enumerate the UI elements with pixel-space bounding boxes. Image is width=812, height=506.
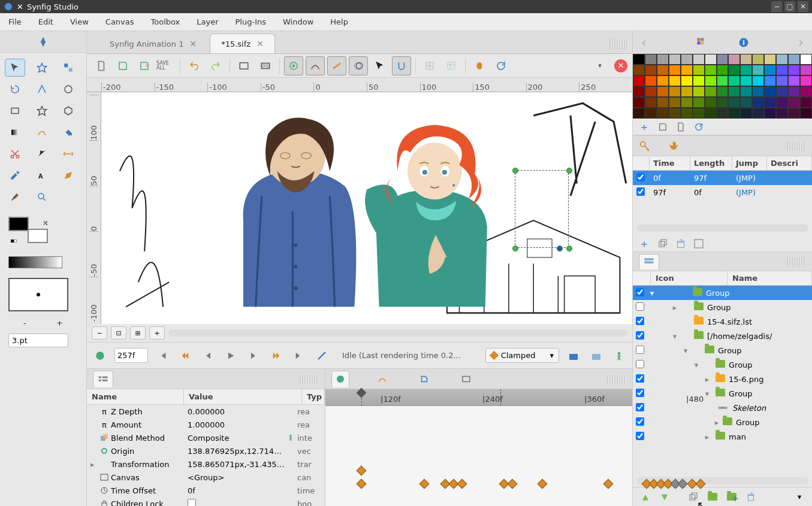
layers-header-name[interactable]: Name [728, 271, 812, 285]
keyframe[interactable] [508, 479, 518, 489]
param-row-zdepth[interactable]: π Z Depth 0.000000 rea [87, 405, 325, 418]
palette-swatch[interactable] [728, 75, 740, 86]
tool-width[interactable] [58, 145, 79, 163]
document-tab-2[interactable]: *15.sifz ✕ [210, 34, 275, 53]
kf-tab-hand[interactable] [669, 140, 681, 152]
toolbar-save[interactable] [113, 56, 132, 75]
palette-swatch[interactable] [800, 86, 812, 97]
palette-swatch[interactable] [788, 75, 800, 86]
palette-swatch[interactable] [681, 75, 693, 86]
keyframe[interactable] [357, 479, 367, 489]
palette-swatch[interactable] [669, 65, 681, 75]
layer-group-button[interactable] [706, 490, 719, 504]
palette-swatch[interactable] [693, 108, 705, 119]
timeline-tab-history[interactable] [415, 371, 433, 387]
keyframe-lock-past[interactable] [565, 347, 582, 364]
toolbar-undo[interactable] [185, 56, 204, 75]
toolbar-handles[interactable] [306, 56, 325, 75]
palette-swatch[interactable] [705, 65, 717, 75]
window-close-button[interactable]: ✕ [798, 1, 808, 12]
palette-swatch[interactable] [669, 86, 681, 97]
playback-next-frame-button[interactable] [245, 347, 262, 364]
toolbar-new[interactable] [92, 56, 111, 75]
palette-swatch[interactable] [669, 108, 681, 119]
layers-tab[interactable] [639, 254, 659, 269]
params-header-type[interactable]: Typ [302, 389, 325, 404]
foreground-color[interactable] [8, 217, 29, 231]
palette-swatch[interactable] [764, 65, 776, 75]
palette-swatch[interactable] [705, 97, 717, 108]
palette-swatch[interactable] [657, 108, 669, 119]
layers-header-icon[interactable]: Icon [651, 271, 728, 285]
kf-header-jump[interactable]: Jump [732, 156, 767, 170]
palette-swatch[interactable] [717, 65, 729, 75]
document-tab-1-close[interactable]: ✕ [189, 39, 197, 49]
palette-swatch[interactable] [740, 86, 752, 97]
layer-visible-checkbox[interactable] [636, 360, 644, 368]
palette-swatch[interactable] [657, 54, 669, 65]
palette-swatch[interactable] [788, 54, 800, 65]
toolbar-snap[interactable] [392, 56, 411, 75]
palette-swatch[interactable] [776, 75, 788, 86]
layers-grip[interactable] [787, 257, 806, 266]
layer-raise-button[interactable]: ▲ [639, 490, 652, 504]
palette-swatch[interactable] [657, 97, 669, 108]
canvas[interactable] [101, 92, 632, 324]
tool-mirror[interactable] [32, 80, 52, 98]
toolbar-render-image[interactable] [234, 56, 253, 75]
zoom-fit-button[interactable]: ⊡ [111, 326, 126, 340]
tool-polygon[interactable] [58, 102, 79, 120]
keyframe-row[interactable]: 97f 0f (JMP) [633, 185, 812, 199]
menu-toolbox[interactable]: Toolbox [147, 15, 184, 29]
palette-swatch[interactable] [776, 54, 788, 65]
layer-visible-checkbox[interactable] [636, 317, 644, 325]
palette-swatch[interactable] [752, 65, 764, 75]
timeline-tab-sets[interactable] [457, 371, 475, 387]
nav-prev-button[interactable]: ‹ [641, 35, 647, 50]
handle-origin[interactable] [557, 246, 563, 252]
animate-toggle[interactable] [611, 347, 627, 364]
reset-colors-icon[interactable] [11, 240, 17, 246]
toolbox-tab[interactable] [0, 31, 86, 53]
toolbar-render-anim[interactable] [256, 56, 275, 75]
layer-delete-button[interactable] [744, 490, 757, 504]
param-row-amount[interactable]: π Amount 1.000000 rea [87, 418, 325, 431]
palette-swatch[interactable] [717, 86, 729, 97]
tool-eyedrop[interactable] [5, 166, 25, 184]
tool-spline[interactable] [32, 123, 52, 141]
palette-swatch[interactable] [633, 86, 645, 97]
playback-first-button[interactable] [154, 347, 171, 364]
palette-swatch[interactable] [693, 86, 705, 97]
palette-swatch[interactable] [800, 75, 812, 86]
layer-visible-checkbox[interactable] [636, 432, 644, 440]
palette-open-button[interactable] [676, 122, 686, 132]
layer-row[interactable]: ▸ Group [633, 415, 812, 429]
toolbar-refresh[interactable] [491, 56, 511, 75]
tool-rectangle[interactable] [5, 102, 25, 120]
layer-menu-button[interactable]: ▾ [793, 490, 806, 504]
palette-swatch[interactable] [681, 65, 693, 75]
tool-text[interactable]: A [32, 166, 52, 184]
nav-info-icon[interactable]: i [738, 37, 750, 49]
playback-record-icon[interactable] [92, 347, 108, 364]
tool-brush[interactable] [5, 188, 25, 206]
layer-visible-checkbox[interactable] [636, 302, 644, 311]
keyframe-lock-future[interactable] [588, 347, 605, 364]
palette-swatch[interactable] [728, 97, 740, 108]
palette-swatch[interactable] [740, 65, 752, 75]
tool-cut[interactable] [5, 145, 25, 163]
palette-swatch[interactable] [705, 86, 717, 97]
params-header-name[interactable]: Name [87, 389, 184, 404]
palette-swatch[interactable] [788, 65, 800, 75]
palette-swatch[interactable] [669, 54, 681, 65]
brush-increase-button[interactable]: + [56, 319, 63, 328]
kf-header-time[interactable]: Time [650, 156, 690, 170]
swap-colors-icon[interactable]: ⤭ [43, 219, 48, 227]
palette-swatch[interactable] [752, 97, 764, 108]
tool-bucket[interactable] [58, 123, 79, 141]
palette-refresh-button[interactable] [694, 122, 704, 132]
timeline-tab-curves[interactable] [373, 371, 391, 387]
handle-top-left[interactable] [512, 168, 518, 174]
toolbar-bones[interactable] [327, 56, 346, 75]
palette-swatch[interactable] [645, 97, 657, 108]
